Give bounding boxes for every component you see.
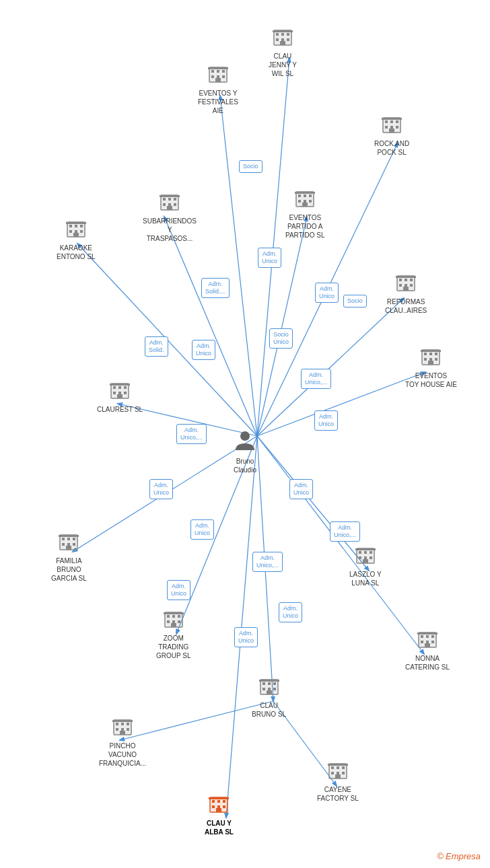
node-reformas[interactable]: REFORMAS CLAU..AIRES [385,272,427,315]
svg-rect-80 [110,384,130,386]
node-clau_bruno[interactable]: CLAU BRUNO SL [252,676,286,719]
node-familia_bruno[interactable]: FAMILIA BRUNO GARCIA SL [51,531,87,583]
svg-rect-167 [212,805,215,808]
svg-rect-134 [421,635,423,638]
svg-rect-44 [168,198,171,201]
svg-rect-7 [281,38,284,41]
svg-rect-151 [112,720,133,722]
svg-rect-25 [396,120,398,123]
badge-b16[interactable]: Adm. Unico [289,479,313,499]
svg-rect-14 [217,70,219,73]
svg-rect-16 [211,75,214,78]
svg-rect-29 [389,129,394,133]
svg-rect-70 [396,276,416,278]
node-eventos_festivales[interactable]: EVENTOS Y FESTIVALES AIE [198,63,238,115]
network-diagram: CLAU JENNY Y WIL SL EVENTOS Y FESTIVALES… [0,0,490,868]
badge-b14[interactable]: Adm. Unico,... [252,552,283,572]
node-claurest[interactable]: CLAUREST SL [97,379,143,414]
icon-eventos_partido [294,188,316,212]
svg-rect-68 [410,284,413,287]
node-bruno[interactable]: Bruno Claudio [233,429,257,474]
svg-rect-145 [121,723,124,725]
badge-b4[interactable]: Adm. Unico [192,340,215,360]
svg-rect-75 [124,386,127,389]
node-cayene[interactable]: CAYENE FACTORY SL [317,760,359,803]
node-pincho_vacuno[interactable]: PINCHO VACUNO FRANQUICIA... [99,716,146,768]
svg-rect-150 [120,731,125,735]
label-eventos_toy: EVENTOS TOY HOUSE AIE [405,371,457,389]
badge-b3[interactable]: Adm. Solid.... [201,278,230,298]
badge-b5[interactable]: Socio Único [269,328,293,349]
badge-b6[interactable]: Adm. Unico,... [301,369,331,389]
icon-claurest [109,379,131,404]
badge-b13[interactable]: Adm. Unico [190,519,214,540]
badge-b12[interactable]: Adm. Unico [149,479,173,499]
svg-rect-121 [355,548,376,550]
svg-rect-105 [172,615,175,618]
svg-point-91 [240,431,250,441]
svg-rect-111 [164,612,184,614]
svg-rect-137 [421,641,423,643]
svg-rect-165 [217,800,220,803]
svg-rect-77 [118,392,121,394]
svg-rect-90 [421,350,441,352]
svg-rect-155 [337,766,339,769]
svg-rect-5 [287,33,289,36]
node-nonna[interactable]: NONNA CATERING SL [405,628,450,672]
svg-rect-156 [342,766,345,769]
svg-rect-37 [75,230,77,233]
node-zoom_trading[interactable]: ZOOM TRADING GROUP SL [156,608,191,660]
badge-b2[interactable]: Adm. Unico [258,248,281,268]
node-eventos_toy[interactable]: EVENTOS TOY HOUSE AIE [405,346,457,389]
badge-b7[interactable]: Adm. Unico [314,410,338,431]
svg-rect-159 [342,772,345,774]
svg-rect-48 [174,203,176,206]
svg-rect-160 [335,774,341,779]
label-rock_pock: ROCK AND POCK SL [374,139,409,157]
svg-rect-141 [417,632,438,635]
svg-rect-79 [117,394,123,398]
badge-b17[interactable]: Adm. Unico,... [330,521,360,542]
svg-rect-64 [405,279,407,281]
label-cayene: CAYENE FACTORY SL [317,785,359,803]
svg-rect-59 [302,203,308,207]
badge-b18[interactable]: Adm. Unico [279,602,302,622]
badge-b19[interactable]: Adm. Unico [234,627,258,647]
icon-reformas [395,272,417,296]
svg-rect-136 [431,635,434,638]
badge-b15[interactable]: Adm. Unico [167,580,190,600]
svg-rect-95 [67,538,70,540]
node-clau_jenny[interactable]: CLAU JENNY Y WIL SL [269,26,297,78]
node-subarriendos[interactable]: SUBARRIENDOS Y TRASPASOS... [143,191,197,243]
svg-rect-147 [116,728,118,731]
icon-eventos_toy [420,346,442,370]
badge-b8[interactable]: Adm. Unico [315,283,339,303]
badge-b9[interactable]: Socio [343,295,367,308]
node-karaoke[interactable]: KARAOKE ENTONO SL [57,218,96,261]
svg-rect-63 [399,279,402,281]
icon-laszlo [355,544,376,569]
icon-nonna [417,628,438,653]
icon-zoom_trading [163,608,184,632]
badge-b1[interactable]: Socio [239,160,262,173]
node-eventos_partido[interactable]: EVENTOS PARTIDO A PARTIDO SL [285,188,325,240]
svg-rect-34 [75,225,77,227]
svg-rect-144 [116,723,118,725]
node-rock_pock[interactable]: ROCK AND POCK SL [374,114,409,157]
svg-rect-120 [363,559,368,563]
svg-rect-17 [217,75,219,78]
svg-rect-74 [118,386,121,389]
label-laszlo: LASZLO Y LUNA SL [349,570,382,587]
badge-b10[interactable]: Adm. Solid. [145,336,168,357]
svg-rect-119 [370,556,372,559]
svg-rect-100 [66,546,71,550]
svg-rect-10 [273,30,293,32]
svg-rect-124 [262,682,265,685]
svg-rect-131 [259,680,279,682]
node-laszlo[interactable]: LASZLO Y LUNA SL [349,544,382,587]
svg-rect-57 [304,200,306,203]
badge-b11[interactable]: Adm. Unico,... [176,424,207,444]
svg-rect-154 [331,766,334,769]
svg-rect-128 [268,688,271,690]
node-clau_alba[interactable]: CLAU Y ALBA SL [205,793,234,836]
